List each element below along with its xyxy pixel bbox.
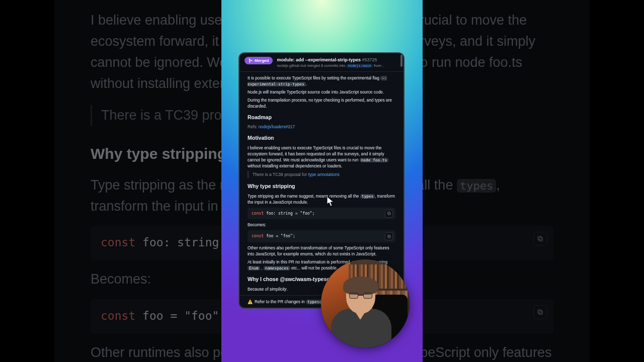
- copy-button[interactable]: [385, 210, 393, 218]
- pr-body[interactable]: It is possible to execute TypeScript fil…: [239, 72, 404, 293]
- code-block: const foo = "foo";: [248, 230, 395, 242]
- pillarbox-left: [0, 0, 54, 362]
- pr-title: module: add --experimental-strip-types #…: [277, 57, 384, 63]
- pr-meta: nodejs-github-bot merged 8 commits into …: [277, 63, 384, 68]
- heading-roadmap: Roadmap: [248, 114, 395, 121]
- code-block: const foo: string = "foo";: [248, 208, 395, 220]
- svg-rect-3: [538, 310, 541, 313]
- svg-rect-4: [388, 213, 390, 215]
- heading-why-stripping: Why type stripping: [248, 183, 395, 190]
- scrollbar[interactable]: [400, 55, 403, 67]
- svg-rect-5: [387, 212, 390, 215]
- heading-motivation: Motivation: [248, 134, 395, 142]
- copy-icon: [387, 234, 391, 239]
- refs-link[interactable]: nodejs/loaders#217: [259, 124, 295, 129]
- pr-paragraph: It is possible to execute TypeScript fil…: [248, 75, 395, 87]
- webcam-overlay: [321, 259, 410, 348]
- pr-paragraph: During the transpilation process, no typ…: [248, 97, 395, 109]
- svg-rect-1: [538, 237, 541, 240]
- inline-code: node foo.ts: [360, 158, 389, 162]
- merged-badge: Merged: [245, 57, 273, 64]
- copy-icon[interactable]: [533, 232, 547, 246]
- warning-icon: ⚠️: [248, 299, 253, 304]
- pr-paragraph: I believe enabling users to execute Type…: [248, 145, 395, 169]
- becomes-label: Becomes:: [248, 222, 395, 228]
- pr-header: Merged module: add --experimental-strip-…: [239, 53, 404, 72]
- svg-rect-7: [387, 235, 390, 237]
- copy-button[interactable]: [385, 232, 393, 240]
- git-merge-icon: [249, 58, 253, 63]
- inline-code: types: [360, 194, 375, 199]
- inline-code: namespaces: [264, 266, 290, 270]
- blockquote: There is a TC39 proposal for type annota…: [248, 171, 395, 178]
- svg-rect-6: [388, 236, 390, 238]
- svg-rect-2: [539, 311, 542, 314]
- pr-paragraph: Node.js will transpile TypeScript source…: [248, 89, 395, 95]
- bg-inline-code: types: [457, 179, 496, 193]
- inline-code: Enum: [248, 266, 260, 270]
- copy-icon: [387, 211, 391, 216]
- pr-paragraph: Type stripping as the name suggest, mean…: [248, 193, 395, 205]
- refs-line: Refs: nodejs/loaders#217: [248, 124, 395, 130]
- pillarbox-right: [590, 0, 644, 362]
- copy-icon[interactable]: [533, 305, 547, 319]
- pr-paragraph: Other runtimes also perform transformati…: [248, 245, 395, 257]
- branch-chip[interactable]: nodejs:main: [346, 64, 372, 68]
- svg-rect-0: [539, 238, 542, 241]
- tc39-link[interactable]: type annotations: [308, 172, 339, 177]
- pr-number: #53725: [362, 57, 377, 62]
